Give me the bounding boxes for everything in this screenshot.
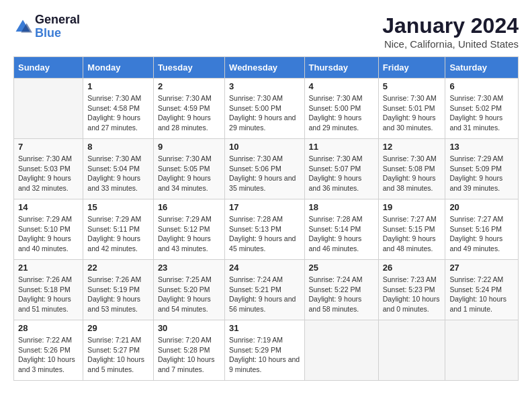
day-cell: 3 Sunrise: 7:30 AMSunset: 5:00 PMDayligh… [225,79,304,139]
logo-icon [13,17,32,36]
day-info: Sunrise: 7:30 AMSunset: 5:05 PMDaylight:… [158,154,220,193]
day-info: Sunrise: 7:23 AMSunset: 5:23 PMDaylight:… [383,275,441,314]
header-cell-thursday: Thursday [304,57,378,79]
day-info: Sunrise: 7:30 AMSunset: 5:06 PMDaylight:… [229,154,300,193]
day-cell: 30 Sunrise: 7:20 AMSunset: 5:28 PMDaylig… [153,320,224,381]
day-number: 1 [87,81,149,91]
day-number: 13 [449,142,514,152]
day-info: Sunrise: 7:29 AMSunset: 5:10 PMDaylight:… [18,214,79,254]
day-cell: 15 Sunrise: 7:29 AMSunset: 5:11 PMDaylig… [83,199,154,260]
day-number: 28 [18,323,79,333]
day-info: Sunrise: 7:30 AMSunset: 5:04 PMDaylight:… [87,154,149,193]
week-row-5: 28 Sunrise: 7:22 AMSunset: 5:26 PMDaylig… [14,320,519,381]
day-number: 19 [383,202,441,212]
logo: GeneralBlue [13,13,80,40]
day-info: Sunrise: 7:20 AMSunset: 5:28 PMDaylight:… [158,335,220,375]
header-row: SundayMondayTuesdayWednesdayThursdayFrid… [14,57,519,79]
day-number: 20 [449,202,514,212]
day-cell: 19 Sunrise: 7:27 AMSunset: 5:15 PMDaylig… [378,199,445,260]
day-info: Sunrise: 7:30 AMSunset: 5:01 PMDaylight:… [383,93,441,133]
day-info: Sunrise: 7:19 AMSunset: 5:29 PMDaylight:… [229,335,300,375]
day-info: Sunrise: 7:30 AMSunset: 4:59 PMDaylight:… [158,93,220,133]
week-row-2: 7 Sunrise: 7:30 AMSunset: 5:03 PMDayligh… [14,139,519,199]
day-number: 26 [383,263,441,273]
day-number: 23 [158,263,220,273]
day-cell: 12 Sunrise: 7:30 AMSunset: 5:08 PMDaylig… [378,139,445,199]
day-cell: 26 Sunrise: 7:23 AMSunset: 5:23 PMDaylig… [378,260,445,320]
day-cell [445,320,519,381]
day-number: 2 [158,81,220,91]
day-number: 5 [383,81,441,91]
day-number: 3 [229,81,300,91]
day-info: Sunrise: 7:29 AMSunset: 5:09 PMDaylight:… [449,154,514,193]
day-info: Sunrise: 7:27 AMSunset: 5:16 PMDaylight:… [449,214,514,254]
day-info: Sunrise: 7:30 AMSunset: 5:02 PMDaylight:… [449,93,514,133]
day-number: 24 [229,263,300,273]
header-cell-tuesday: Tuesday [153,57,224,79]
day-info: Sunrise: 7:22 AMSunset: 5:26 PMDaylight:… [18,335,79,375]
day-cell: 25 Sunrise: 7:24 AMSunset: 5:22 PMDaylig… [304,260,378,320]
day-number: 9 [158,142,220,152]
day-info: Sunrise: 7:24 AMSunset: 5:22 PMDaylight:… [309,275,374,314]
title-area: January 2024 Nice, California, United St… [382,13,519,50]
day-number: 30 [158,323,220,333]
day-info: Sunrise: 7:30 AMSunset: 5:00 PMDaylight:… [309,93,374,133]
day-info: Sunrise: 7:26 AMSunset: 5:18 PMDaylight:… [18,275,79,314]
day-cell: 14 Sunrise: 7:29 AMSunset: 5:10 PMDaylig… [14,199,83,260]
day-cell [378,320,445,381]
day-number: 27 [449,263,514,273]
day-info: Sunrise: 7:28 AMSunset: 5:13 PMDaylight:… [229,214,300,254]
main-title: January 2024 [382,13,519,38]
day-cell: 29 Sunrise: 7:21 AMSunset: 5:27 PMDaylig… [83,320,154,381]
header-cell-wednesday: Wednesday [225,57,304,79]
header-cell-monday: Monday [83,57,154,79]
week-row-1: 1 Sunrise: 7:30 AMSunset: 4:58 PMDayligh… [14,79,519,139]
header: GeneralBlue January 2024 Nice, Californi… [13,13,519,50]
day-info: Sunrise: 7:26 AMSunset: 5:19 PMDaylight:… [87,275,149,314]
day-cell: 18 Sunrise: 7:28 AMSunset: 5:14 PMDaylig… [304,199,378,260]
day-number: 7 [18,142,79,152]
day-number: 21 [18,263,79,273]
day-cell: 16 Sunrise: 7:29 AMSunset: 5:12 PMDaylig… [153,199,224,260]
day-info: Sunrise: 7:24 AMSunset: 5:21 PMDaylight:… [229,275,300,314]
day-number: 6 [449,81,514,91]
day-info: Sunrise: 7:22 AMSunset: 5:24 PMDaylight:… [449,275,514,314]
day-cell: 5 Sunrise: 7:30 AMSunset: 5:01 PMDayligh… [378,79,445,139]
day-cell: 8 Sunrise: 7:30 AMSunset: 5:04 PMDayligh… [83,139,154,199]
day-number: 10 [229,142,300,152]
day-info: Sunrise: 7:21 AMSunset: 5:27 PMDaylight:… [87,335,149,375]
day-cell: 17 Sunrise: 7:28 AMSunset: 5:13 PMDaylig… [225,199,304,260]
day-cell: 24 Sunrise: 7:24 AMSunset: 5:21 PMDaylig… [225,260,304,320]
day-cell: 10 Sunrise: 7:30 AMSunset: 5:06 PMDaylig… [225,139,304,199]
day-cell: 21 Sunrise: 7:26 AMSunset: 5:18 PMDaylig… [14,260,83,320]
day-number: 29 [87,323,149,333]
header-cell-sunday: Sunday [14,57,83,79]
day-info: Sunrise: 7:29 AMSunset: 5:11 PMDaylight:… [87,214,149,254]
day-info: Sunrise: 7:30 AMSunset: 5:03 PMDaylight:… [18,154,79,193]
day-number: 22 [87,263,149,273]
day-cell: 4 Sunrise: 7:30 AMSunset: 5:00 PMDayligh… [304,79,378,139]
day-number: 14 [18,202,79,212]
day-cell: 13 Sunrise: 7:29 AMSunset: 5:09 PMDaylig… [445,139,519,199]
logo-text: GeneralBlue [35,13,80,40]
day-number: 18 [309,202,374,212]
day-cell [14,79,83,139]
day-info: Sunrise: 7:30 AMSunset: 5:08 PMDaylight:… [383,154,441,193]
header-cell-saturday: Saturday [445,57,519,79]
day-cell: 7 Sunrise: 7:30 AMSunset: 5:03 PMDayligh… [14,139,83,199]
day-cell: 23 Sunrise: 7:25 AMSunset: 5:20 PMDaylig… [153,260,224,320]
week-row-4: 21 Sunrise: 7:26 AMSunset: 5:18 PMDaylig… [14,260,519,320]
day-cell: 9 Sunrise: 7:30 AMSunset: 5:05 PMDayligh… [153,139,224,199]
day-cell: 11 Sunrise: 7:30 AMSunset: 5:07 PMDaylig… [304,139,378,199]
day-number: 11 [309,142,374,152]
day-number: 4 [309,81,374,91]
day-info: Sunrise: 7:30 AMSunset: 5:00 PMDaylight:… [229,93,300,133]
header-cell-friday: Friday [378,57,445,79]
day-cell: 20 Sunrise: 7:27 AMSunset: 5:16 PMDaylig… [445,199,519,260]
day-number: 8 [87,142,149,152]
day-cell: 22 Sunrise: 7:26 AMSunset: 5:19 PMDaylig… [83,260,154,320]
day-info: Sunrise: 7:27 AMSunset: 5:15 PMDaylight:… [383,214,441,254]
day-cell [304,320,378,381]
day-number: 16 [158,202,220,212]
day-cell: 6 Sunrise: 7:30 AMSunset: 5:02 PMDayligh… [445,79,519,139]
